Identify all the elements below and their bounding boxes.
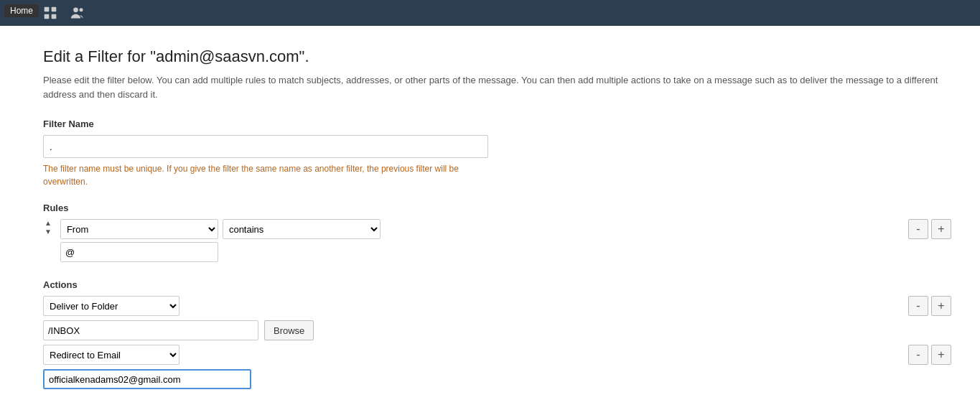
rule-inputs: From To Subject CC To or CC Any header B…	[60, 219, 381, 262]
rule-down-button[interactable]: ▼	[43, 228, 53, 236]
svg-rect-0	[45, 7, 50, 12]
svg-rect-1	[52, 7, 57, 12]
action2-type-row: Redirect to Email Deliver to Folder Disc…	[43, 345, 951, 365]
rule-value-input[interactable]	[60, 242, 218, 262]
nav-bar: Home	[0, 0, 980, 26]
rules-row: ▲ ▼ From To Subject CC To or CC Any head…	[43, 219, 951, 262]
svg-rect-2	[45, 14, 50, 19]
action1-folder-input[interactable]	[43, 320, 258, 340]
rule-up-button[interactable]: ▲	[43, 219, 53, 228]
content-wrapper: Edit a Filter for "admin@saasvn.com". Pl…	[0, 26, 980, 400]
rule-field-select[interactable]: From To Subject CC To or CC Any header B…	[60, 219, 218, 239]
filter-name-label: Filter Name	[43, 118, 951, 129]
filter-name-section: Filter Name The filter name must be uniq…	[43, 118, 951, 188]
rule-minus-button[interactable]: -	[908, 219, 928, 239]
users-icon[interactable]	[67, 3, 88, 23]
svg-rect-3	[52, 14, 57, 19]
action2-plus-button[interactable]: +	[931, 345, 951, 365]
action2-buttons: - +	[908, 345, 951, 365]
page-title: Edit a Filter for "admin@saasvn.com".	[43, 47, 951, 66]
action2-email-input[interactable]	[43, 369, 251, 389]
rule-plus-button[interactable]: +	[931, 219, 951, 239]
action1-browse-button[interactable]: Browse	[264, 320, 314, 340]
action1-folder-row: Browse	[43, 320, 951, 340]
action1-minus-button[interactable]: -	[908, 296, 928, 316]
action1-block: Deliver to Folder Redirect to Email Disc…	[43, 296, 951, 340]
action2-type-select[interactable]: Redirect to Email Deliver to Folder Disc…	[43, 345, 179, 365]
svg-point-4	[73, 8, 78, 13]
rule-action-buttons: - +	[908, 219, 951, 239]
action1-buttons: - +	[908, 296, 951, 316]
actions-section: Actions Deliver to Folder Redirect to Em…	[43, 279, 951, 389]
home-tooltip: Home	[4, 4, 39, 17]
rules-section: Rules ▲ ▼ From To Subject CC To or	[43, 203, 951, 262]
actions-label: Actions	[43, 279, 951, 290]
rule-selects-row: From To Subject CC To or CC Any header B…	[60, 219, 381, 239]
rule-order-controls: ▲ ▼	[43, 219, 53, 236]
action2-block: Redirect to Email Deliver to Folder Disc…	[43, 345, 951, 389]
page-description: Please edit the filter below. You can ad…	[43, 73, 948, 101]
action1-plus-button[interactable]: +	[931, 296, 951, 316]
action2-minus-button[interactable]: -	[908, 345, 928, 365]
rules-label: Rules	[43, 203, 951, 213]
action1-type-select[interactable]: Deliver to Folder Redirect to Email Disc…	[43, 296, 179, 316]
home-icon[interactable]	[40, 3, 60, 23]
svg-point-5	[80, 8, 83, 11]
filter-name-input[interactable]	[43, 135, 488, 158]
rule-condition-select[interactable]: contains is begins with ends with exists…	[223, 219, 381, 239]
filter-name-warning: The filter name must be unique. If you g…	[43, 162, 488, 188]
action1-type-row: Deliver to Folder Redirect to Email Disc…	[43, 296, 951, 316]
action2-email-row	[43, 369, 951, 389]
